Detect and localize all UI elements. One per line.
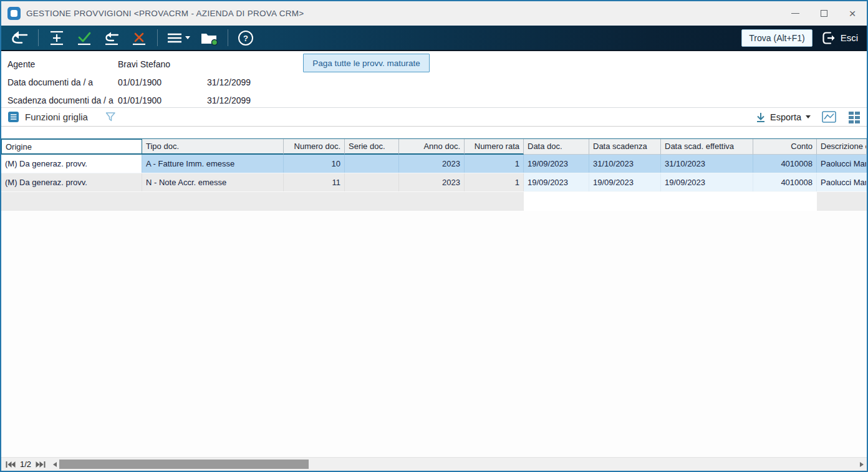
table-cell[interactable]: 19/09/2023 [661,173,753,191]
confirm-button[interactable] [70,27,98,49]
close-button[interactable]: × [838,1,867,25]
undo-arrow-icon [102,30,121,46]
help-button[interactable]: ? [233,27,259,49]
menu-button[interactable] [162,27,195,49]
table-cell[interactable]: (M) Da generaz. provv. [1,173,142,191]
back-button[interactable] [5,27,34,49]
column-header-descrizione[interactable]: Descrizione c [817,139,867,155]
back-arrow-icon [9,31,29,46]
toolbar-separator [38,29,39,46]
doc-date-to-field[interactable]: 31/12/2099 [207,77,307,87]
pay-all-button[interactable]: Paga tutte le provv. maturate [303,54,430,72]
scrollbar-thumb[interactable] [59,460,309,469]
funnel-icon [105,111,117,123]
app-logo-icon [7,7,21,20]
table-cell[interactable]: 19/09/2023 [524,155,589,173]
table-cell[interactable] [345,173,399,191]
filter-row-doc-date: Data documenti da / a 01/01/1900 31/12/2… [1,73,867,91]
undo-button[interactable] [98,27,125,49]
table-cell[interactable]: Paolucci Marz [817,173,867,191]
table-cell[interactable]: 31/10/2023 [661,155,753,173]
download-icon [755,112,766,123]
plus-icon [47,30,66,46]
maximize-icon [821,10,827,17]
table-cell[interactable]: 4010008 [753,173,817,191]
table-row: (M) Da generaz. provv. A - Fatture Imm. … [1,155,867,173]
bottom-bar: 1/2 [1,457,867,471]
column-header-origine[interactable]: Origine [1,139,142,155]
grid-toolbar: Funzioni griglia Esporta [1,108,867,127]
last-page-button[interactable] [36,461,46,468]
chevron-down-icon [185,36,190,39]
folder-icon [199,31,219,46]
agent-label: Agente [1,59,118,69]
column-header-serie-doc[interactable]: Serie doc. [345,139,399,155]
grid-icon [847,110,861,123]
table-cell[interactable]: 10 [284,155,345,173]
due-date-label: Scadenza documenti da / a [1,95,118,105]
title-bar: GESTIONE PROVVIGIONI <PROVACRM - AZIENDA… [1,1,867,25]
table-cell[interactable]: 1 [465,155,524,173]
column-header-numero-doc[interactable]: Numero doc. [284,139,345,155]
column-header-conto[interactable]: Conto [753,139,817,155]
table-cell[interactable]: 4010008 [753,155,817,173]
exit-icon [821,31,836,46]
toolbar-separator [157,29,158,46]
export-label: Esporta [770,112,801,122]
chart-view-button[interactable] [822,111,836,123]
add-row-button[interactable] [43,27,70,49]
grid-view-button[interactable] [847,110,861,123]
due-date-from-field[interactable]: 01/01/1900 [118,95,207,105]
exit-label: Esci [841,32,858,43]
scroll-right-button[interactable] [860,462,864,467]
agent-field[interactable]: Bravi Stefano [118,59,207,69]
maximize-button[interactable] [809,1,838,25]
delete-button[interactable] [125,27,153,49]
table-cell[interactable]: 31/10/2023 [589,155,661,173]
exit-button[interactable]: Esci [821,31,858,46]
x-icon [130,30,148,46]
table-cell[interactable]: 1 [465,173,524,191]
main-toolbar: ? Trova (Alt+F1) Esci [1,25,867,51]
window-title: GESTIONE PROVVIGIONI <PROVACRM - AZIENDA… [26,9,781,18]
last-page-icon [36,461,46,468]
scroll-left-button[interactable] [53,462,57,467]
filter-row-agent: Agente Bravi Stefano [1,55,867,73]
table-cell[interactable]: 2023 [399,173,465,191]
data-grid: Origine Tipo doc. Numero doc. Serie doc.… [1,138,867,211]
column-header-tipo-doc[interactable]: Tipo doc. [142,139,284,155]
horizontal-scrollbar[interactable] [59,458,857,471]
chevron-down-icon [806,115,811,118]
table-cell[interactable]: N - Note Accr. emesse [142,173,284,191]
column-header-numero-rata[interactable]: Numero rata [465,139,524,155]
table-cell[interactable]: Paolucci Marz [817,155,867,173]
filter-funnel-button[interactable] [105,111,117,123]
table-cell[interactable]: 19/09/2023 [589,173,661,191]
due-date-to-field[interactable]: 31/12/2099 [207,95,307,105]
doc-date-label: Data documenti da / a [1,77,118,87]
window-controls: × [781,1,867,25]
table-cell[interactable] [345,155,399,173]
grid-functions-label[interactable]: Funzioni griglia [25,112,88,122]
page-indicator: 1/2 [20,460,31,469]
grid-functions-button[interactable] [7,111,19,123]
spacer [1,127,867,138]
column-header-data-scad-effettiva[interactable]: Data scad. effettiva [661,139,753,155]
filter-panel: Agente Bravi Stefano Data documenti da /… [1,51,867,108]
column-header-data-doc[interactable]: Data doc. [524,139,589,155]
column-header-anno-doc[interactable]: Anno doc. [399,139,465,155]
table-cell[interactable]: (M) Da generaz. provv. [1,155,142,173]
minimize-button[interactable] [781,1,809,25]
export-button[interactable]: Esporta [755,112,811,123]
doc-date-from-field[interactable]: 01/01/1900 [118,77,207,87]
app-window: GESTIONE PROVVIGIONI <PROVACRM - AZIENDA… [0,0,868,472]
table-cell[interactable]: 11 [284,173,345,191]
toolbar-separator [228,29,228,46]
table-cell[interactable]: 2023 [399,155,465,173]
table-cell[interactable]: A - Fatture Imm. emesse [142,155,284,173]
open-folder-button[interactable] [195,27,223,49]
find-button[interactable]: Trova (Alt+F1) [741,29,812,47]
column-header-data-scadenza[interactable]: Data scadenza [589,139,661,155]
first-page-button[interactable] [6,461,16,468]
table-cell[interactable]: 19/09/2023 [524,173,589,191]
